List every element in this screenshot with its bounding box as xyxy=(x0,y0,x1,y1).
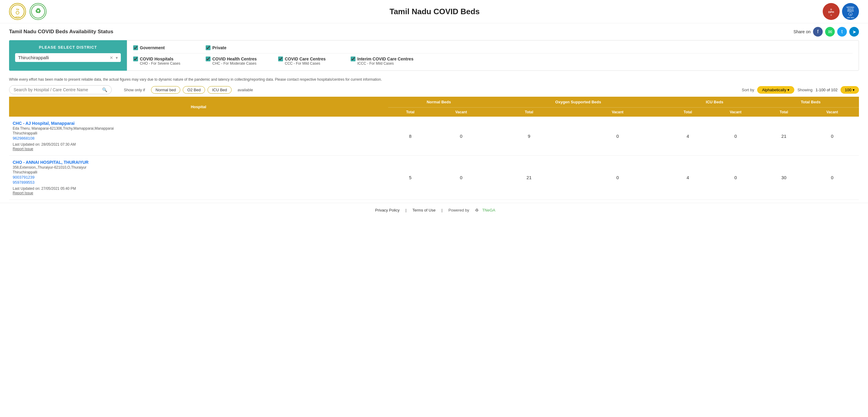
facebook-share-button[interactable]: f xyxy=(813,27,823,36)
covid-health-centres-label: COVID Health Centres xyxy=(212,57,257,61)
hospital-name[interactable]: CHO - ANNAI HOSPITAL, THURAIYUR xyxy=(13,160,384,165)
disclaimer: While every effort has been made to pres… xyxy=(0,74,868,83)
bed-count-cell: 30 xyxy=(762,156,805,200)
bed-count-cell: 0 xyxy=(709,156,762,200)
interim-covid-checkbox[interactable] xyxy=(351,57,355,61)
government-label: Government xyxy=(140,45,164,50)
search-filter-bar: 🔍 Show only if Normal bed O2 Bed ICU Bed… xyxy=(0,83,868,97)
covid-care-centres-checkbox[interactable] xyxy=(278,57,283,61)
hospital-address: 358,Extension,,Thuraiyur-621010,O,Thurai… xyxy=(13,165,384,170)
sort-by-label: Sort by xyxy=(742,88,754,92)
o2-bed-filter-tag[interactable]: O2 Bed xyxy=(183,86,205,94)
hospital-phone-2[interactable]: 9597899553 xyxy=(13,180,384,185)
icu-beds-header: ICU Beds xyxy=(667,97,763,108)
tnega-link[interactable]: TNeGA xyxy=(482,208,495,212)
count-per-page-button[interactable]: 100 ▾ xyxy=(840,86,859,94)
tnega-icon: ♻ xyxy=(475,208,480,212)
header-left-logos: TN GOVT ♻ xyxy=(9,3,46,20)
header: TN GOVT ♻ Tamil Nadu COVID Beds D DPH H xyxy=(0,0,868,23)
o2-vacant-header: Vacant xyxy=(568,108,666,117)
footer-divider-2: | xyxy=(441,208,444,212)
count-chevron-icon: ▾ xyxy=(852,88,855,92)
footer: Privacy Policy | Terms of Use | Powered … xyxy=(0,203,868,217)
powered-by-label: Powered by xyxy=(448,208,469,212)
privacy-policy-link[interactable]: Privacy Policy xyxy=(375,208,400,212)
covid-hospitals-sub: CHO - For Severe Cases xyxy=(140,61,199,66)
o2-total-header: Total xyxy=(490,108,568,117)
facility-type-row: Government Private xyxy=(133,45,852,50)
covid-hospitals-item: COVID Hospitals CHO - For Severe Cases xyxy=(133,57,199,66)
bed-count-cell: 5 xyxy=(388,156,433,200)
icu-total-header: Total xyxy=(667,108,709,117)
covid-hospitals-checkbox[interactable] xyxy=(133,57,138,61)
bed-count-cell: 4 xyxy=(667,156,709,200)
bed-count-cell: 0 xyxy=(709,117,762,156)
sort-button[interactable]: Alphabetically ▾ xyxy=(757,86,794,94)
tn-government-logo: TN GOVT xyxy=(9,3,26,20)
report-issue-link[interactable]: Report Issue xyxy=(13,147,33,151)
hospital-name[interactable]: CHC - AJ Hospital, Manapparai xyxy=(13,121,384,126)
bed-count-cell: 0 xyxy=(568,117,666,156)
bed-count-cell: 0 xyxy=(433,117,490,156)
show-only-label: Show only if xyxy=(124,88,145,92)
bed-count-cell: 21 xyxy=(490,156,568,200)
covid-health-centres-item: COVID Health Centres CHC - For Moderate … xyxy=(206,57,272,66)
hospital-district: Thiruchirappalli xyxy=(13,131,384,136)
normal-bed-filter-tag[interactable]: Normal bed xyxy=(151,86,180,94)
total-total-header: Total xyxy=(762,108,805,117)
chevron-down-icon[interactable]: ▾ xyxy=(116,55,118,60)
page-title: Tamil Nadu COVID Beds xyxy=(390,7,480,16)
sort-bar: Sort by Alphabetically ▾ Showing 1-100 o… xyxy=(742,86,859,94)
hospital-phone-1[interactable]: 9629868108 xyxy=(13,136,384,141)
nhm-logo: NATIONAL HEALTH MISSION ⚕ TAMIL NADU xyxy=(842,3,859,20)
icu-vacant-header: Vacant xyxy=(709,108,762,117)
hospital-last-updated: Last Updated on: 28/05/2021 07:30 AM xyxy=(13,142,384,147)
svg-text:GOVT: GOVT xyxy=(16,16,20,18)
hospital-phone-1[interactable]: 9003791239 xyxy=(13,175,384,179)
search-input[interactable] xyxy=(13,87,102,92)
table-wrapper: Hospital Normal Beds Oxygen Supported Be… xyxy=(0,97,868,200)
covid-care-centres-label: COVID Care Centres xyxy=(285,57,326,61)
available-label: available xyxy=(238,88,253,92)
table-row: CHC - AJ Hospital, Manapparai Eda Theru,… xyxy=(9,117,859,156)
covid-care-centres-sub: CCC - For Mild Cases xyxy=(285,61,345,66)
report-issue-link[interactable]: Report Issue xyxy=(13,191,33,195)
filters-section: PLEASE SELECT DISTRICT Thiruchirappalli … xyxy=(0,40,868,74)
telegram-share-button[interactable]: ➤ xyxy=(849,27,859,36)
table-row: CHO - ANNAI HOSPITAL, THURAIYUR 358,Exte… xyxy=(9,156,859,200)
covid-health-centres-sub: CHC - For Moderate Cases xyxy=(212,61,272,66)
count-value: 100 xyxy=(845,88,851,92)
interim-covid-sub: ICCC - For Mild Cases xyxy=(357,61,417,66)
svg-text:TN: TN xyxy=(16,8,19,11)
svg-text:D: D xyxy=(830,8,832,10)
svg-text:MISSION: MISSION xyxy=(847,10,854,12)
district-panel-title: PLEASE SELECT DISTRICT xyxy=(15,45,121,50)
private-checkbox[interactable] xyxy=(206,45,211,50)
search-input-wrapper[interactable]: 🔍 xyxy=(9,85,112,94)
twitter-share-button[interactable]: t xyxy=(837,27,847,36)
covid-health-centres-checkbox[interactable] xyxy=(206,57,211,61)
whatsapp-share-button[interactable]: ✉ xyxy=(825,27,835,36)
district-panel: PLEASE SELECT DISTRICT Thiruchirappalli … xyxy=(9,40,127,71)
svg-text:♻: ♻ xyxy=(35,7,41,15)
hospital-last-updated: Last Updated on: 27/05/2021 05:40 PM xyxy=(13,186,384,191)
government-checkbox-item[interactable]: Government xyxy=(133,45,194,50)
checkboxes-panel: Government Private COVID Hospitals CHO -… xyxy=(127,40,859,71)
bed-count-cell: 9 xyxy=(490,117,568,156)
secondary-logo: ♻ xyxy=(30,3,46,20)
terms-of-use-link[interactable]: Terms of Use xyxy=(412,208,436,212)
normal-total-header: Total xyxy=(388,108,433,117)
icu-bed-filter-tag[interactable]: ICU Bed xyxy=(208,86,231,94)
showing-range: 1-100 of 102 xyxy=(815,88,837,92)
private-checkbox-item[interactable]: Private xyxy=(206,45,266,50)
private-label: Private xyxy=(212,45,226,50)
search-icon: 🔍 xyxy=(102,87,107,92)
clear-icon[interactable]: ✕ xyxy=(110,55,113,60)
government-checkbox[interactable] xyxy=(133,45,138,50)
sort-chevron-icon: ▾ xyxy=(787,88,789,92)
district-select-wrapper[interactable]: Thiruchirappalli ✕ ▾ xyxy=(15,53,121,62)
beds-table: Hospital Normal Beds Oxygen Supported Be… xyxy=(9,97,859,200)
svg-text:TAMIL NADU: TAMIL NADU xyxy=(847,17,855,19)
svg-text:DPH: DPH xyxy=(828,10,834,13)
interim-covid-label: Interim COVID Care Centres xyxy=(357,57,413,61)
